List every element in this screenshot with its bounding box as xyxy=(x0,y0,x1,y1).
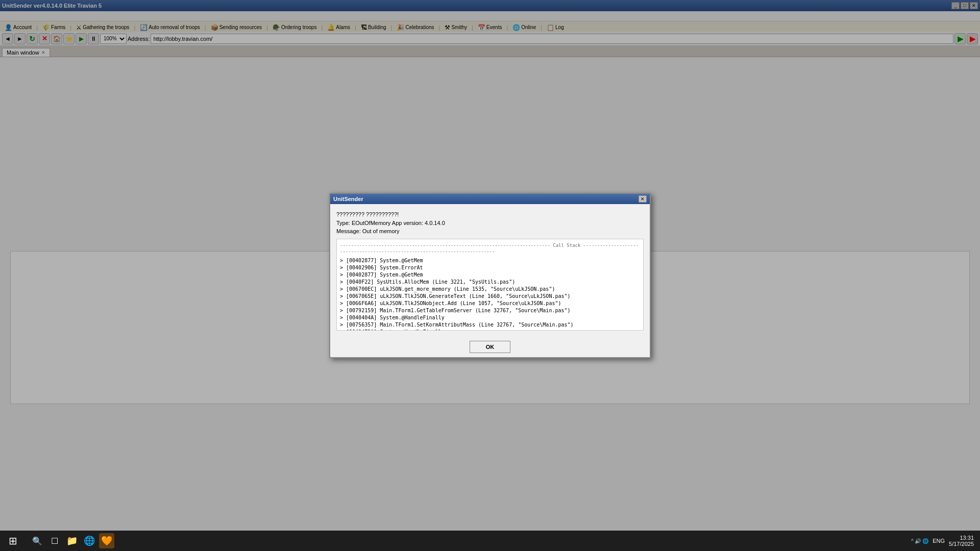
dialog-title-bar: UnitSender ✕ xyxy=(330,194,650,204)
start-button[interactable]: ⊞ xyxy=(0,531,26,551)
dialog-error-message: Message: Out of memory xyxy=(336,227,644,236)
system-tray-lang: ENG xyxy=(933,538,945,544)
stack-line-9: > [0040404A] System.@HandleFinally xyxy=(340,314,640,321)
dialog-error-line1: ????????? ??????????! xyxy=(336,210,644,219)
stack-line-11: > [0040473A] System.@HandleFinally xyxy=(340,329,640,331)
stack-line-6: > [0067065E] uLkJSON.TlkJSON.GenerateTex… xyxy=(340,293,640,300)
taskbar-explorer[interactable]: 📁 xyxy=(64,533,80,548)
taskbar-task-view[interactable]: ☐ xyxy=(47,533,62,548)
dialog-content: ????????? ??????????! Type: EOutOfMemory… xyxy=(330,204,650,337)
stack-line-7: > [0066F6A6] uLkJSON.TlkJSONobject.Add (… xyxy=(340,300,640,307)
dialog-error-type: Type: EOutOfMemory App version: 4.0.14.0 xyxy=(336,219,644,228)
taskbar-time: 13:315/17/2025 xyxy=(949,535,974,547)
taskbar-app-icon[interactable]: 🧡 xyxy=(99,533,114,548)
taskbar-search[interactable]: 🔍 xyxy=(30,533,45,548)
error-dialog: UnitSender ✕ ????????? ??????????! Type:… xyxy=(329,193,651,358)
stack-line-1: > [00402877] System.@GetMem xyxy=(340,257,640,264)
taskbar-right: ^ 🔊 🌐 ENG 13:315/17/2025 xyxy=(905,535,980,547)
windows-taskbar: ⊞ 🔍 ☐ 📁 🌐 🧡 ^ 🔊 🌐 ENG 13:315/17/2025 xyxy=(0,531,980,551)
dialog-stack: ----------------------------------------… xyxy=(336,239,644,331)
system-tray-icons: ^ 🔊 🌐 xyxy=(911,538,928,544)
stack-line-10: > [00756357] Main.TForm1.SetKormAttribut… xyxy=(340,321,640,329)
stack-line-4: > [0040F22] SysUtils.AllocMem (Line 3221… xyxy=(340,279,640,286)
start-icon: ⊞ xyxy=(9,535,17,547)
dialog-error-header: ????????? ??????????! Type: EOutOfMemory… xyxy=(336,210,644,236)
ok-button[interactable]: OK xyxy=(470,341,510,353)
stack-line-5: > [006700EC] uLkJSON.get_more_memory (Li… xyxy=(340,286,640,293)
stack-separator-top: ----------------------------------------… xyxy=(340,242,640,255)
dialog-footer: OK xyxy=(330,337,650,357)
taskbar-icons: 🔍 ☐ 📁 🌐 🧡 xyxy=(26,533,118,548)
dialog-close-button[interactable]: ✕ xyxy=(639,195,647,203)
stack-line-3: > [00402877] System.@GetMem xyxy=(340,271,640,279)
taskbar-browser[interactable]: 🌐 xyxy=(82,533,97,548)
stack-line-2: > [00402906] System.ErrorAt xyxy=(340,264,640,271)
dialog-title: UnitSender xyxy=(333,196,363,202)
stack-line-8: > [00792159] Main.TForm1.GetTableFromSer… xyxy=(340,307,640,314)
dialog-overlay: UnitSender ✕ ????????? ??????????! Type:… xyxy=(0,0,980,551)
